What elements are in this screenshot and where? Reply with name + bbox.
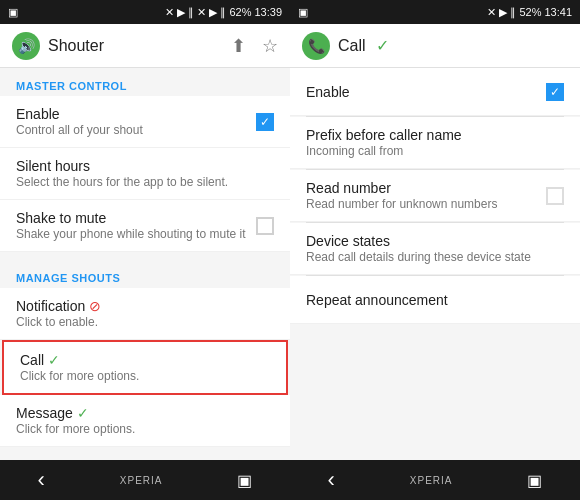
enable-title: Enable	[16, 106, 256, 122]
silent-subtitle: Select the hours for the app to be silen…	[16, 175, 274, 189]
list-item-message[interactable]: Message ✓ Click for more options.	[0, 395, 290, 447]
right-device-subtitle: Read call details during these device st…	[306, 250, 564, 264]
bottom-bar-left: ‹ XPERIA ▣	[0, 460, 290, 500]
toolbar-title-right: 📞 Call ✓	[302, 32, 568, 60]
right-item-enable-text: Enable	[306, 84, 546, 100]
app-title-left: Shouter	[48, 37, 104, 55]
signal-icons-left: ✕ ▶ ∥	[165, 6, 194, 19]
list-item-notification[interactable]: Notification ⊘ Click to enable.	[0, 288, 290, 340]
section-header-master: MASTER CONTROL	[0, 68, 290, 96]
status-right-left: ✕ ▶ ∥ ✕ ▶ ∥ 62% 13:39	[165, 6, 282, 19]
battery-right: 52%	[519, 6, 541, 18]
list-item-silent[interactable]: Silent hours Select the hours for the ap…	[0, 148, 290, 200]
right-prefix-subtitle: Incoming call from	[306, 144, 564, 158]
message-check-icon: ✓	[77, 405, 89, 421]
section-header-manage: MANAGE SHOUTS	[0, 260, 290, 288]
message-title: Message ✓	[16, 405, 274, 421]
call-title-check-icon: ✓	[376, 36, 389, 55]
shake-title: Shake to mute	[16, 210, 256, 226]
toolbar-title-left: 🔊 Shouter	[12, 32, 231, 60]
list-item-message-text: Message ✓ Click for more options.	[16, 405, 274, 436]
notification-disabled-icon: ⊘	[89, 298, 101, 314]
signal-icons-right: ✕ ▶ ∥	[487, 6, 516, 19]
list-item-enable[interactable]: Enable Control all of your shout ✓	[0, 96, 290, 148]
right-enable-title: Enable	[306, 84, 546, 100]
notification-subtitle: Click to enable.	[16, 315, 274, 329]
divider-1	[0, 252, 290, 260]
toolbar-actions-left: ⬆ ☆	[231, 35, 278, 57]
divider-2	[0, 447, 290, 455]
right-readnum-subtitle: Read number for unknown numbers	[306, 197, 546, 211]
list-item-silent-text: Silent hours Select the hours for the ap…	[16, 158, 274, 189]
message-subtitle: Click for more options.	[16, 422, 274, 436]
right-item-repeat[interactable]: Repeat announcement	[290, 276, 580, 324]
right-item-device[interactable]: Device states Read call details during t…	[290, 223, 580, 275]
right-readnum-title: Read number	[306, 180, 546, 196]
right-item-prefix-text: Prefix before caller name Incoming call …	[306, 127, 564, 158]
notification-title: Notification ⊘	[16, 298, 274, 314]
right-item-repeat-text: Repeat announcement	[306, 292, 564, 308]
enable-checkbox[interactable]: ✓	[256, 113, 274, 131]
status-left-icons: ▣	[8, 6, 18, 19]
time-right: 13:41	[544, 6, 572, 18]
xperia-label-left: XPERIA	[120, 475, 163, 486]
silent-title: Silent hours	[16, 158, 274, 174]
notification-icon: ▣	[8, 6, 18, 19]
content-right: Enable ✓ Prefix before caller name Incom…	[290, 68, 580, 460]
list-item-enable-text: Enable Control all of your shout	[16, 106, 256, 137]
right-item-prefix[interactable]: Prefix before caller name Incoming call …	[290, 117, 580, 169]
right-readnum-checkbox[interactable]	[546, 187, 564, 205]
list-item-shake[interactable]: Shake to mute Shake your phone while sho…	[0, 200, 290, 252]
app-icon-right: 📞	[302, 32, 330, 60]
back-button-left[interactable]: ‹	[37, 467, 44, 493]
status-right-left-icons: ▣	[298, 6, 308, 19]
recent-button-left[interactable]: ▣	[237, 471, 252, 490]
home-item-left: XPERIA	[120, 475, 163, 486]
toolbar-left: 🔊 Shouter ⬆ ☆	[0, 24, 290, 68]
right-item-enable[interactable]: Enable ✓	[290, 68, 580, 116]
right-item-device-text: Device states Read call details during t…	[306, 233, 564, 264]
right-device-title: Device states	[306, 233, 564, 249]
battery-left: ✕ ▶ ∥ 62%	[197, 6, 251, 19]
call-check-icon: ✓	[48, 352, 60, 368]
shake-checkbox[interactable]	[256, 217, 274, 235]
list-item-call-text: Call ✓ Click for more options.	[20, 352, 270, 383]
status-bar-right: ▣ ✕ ▶ ∥ 52% 13:41	[290, 0, 580, 24]
list-item-notification-text: Notification ⊘ Click to enable.	[16, 298, 274, 329]
list-item-call[interactable]: Call ✓ Click for more options.	[2, 340, 288, 395]
xperia-label-right: XPERIA	[410, 475, 453, 486]
time-left: 13:39	[254, 6, 282, 18]
share-icon[interactable]: ⬆	[231, 35, 246, 57]
content-left: MASTER CONTROL Enable Control all of you…	[0, 68, 290, 460]
app-icon-left: 🔊	[12, 32, 40, 60]
home-item-right: XPERIA	[410, 475, 453, 486]
app-title-right: Call	[338, 37, 366, 55]
toolbar-right: 📞 Call ✓	[290, 24, 580, 68]
status-right-right: ✕ ▶ ∥ 52% 13:41	[487, 6, 572, 19]
recent-button-right[interactable]: ▣	[527, 471, 542, 490]
notification-icon-right: ▣	[298, 6, 308, 19]
right-item-readnum[interactable]: Read number Read number for unknown numb…	[290, 170, 580, 222]
right-repeat-title: Repeat announcement	[306, 292, 564, 308]
call-title: Call ✓	[20, 352, 270, 368]
list-item-shake-text: Shake to mute Shake your phone while sho…	[16, 210, 256, 241]
right-screen: ▣ ✕ ▶ ∥ 52% 13:41 📞 Call ✓ Enable ✓ Pref…	[290, 0, 580, 500]
star-icon[interactable]: ☆	[262, 35, 278, 57]
shake-subtitle: Shake your phone while shouting to mute …	[16, 227, 256, 241]
right-prefix-title: Prefix before caller name	[306, 127, 564, 143]
call-subtitle: Click for more options.	[20, 369, 270, 383]
right-item-readnum-text: Read number Read number for unknown numb…	[306, 180, 546, 211]
bottom-bar-right: ‹ XPERIA ▣	[290, 460, 580, 500]
left-screen: ▣ ✕ ▶ ∥ ✕ ▶ ∥ 62% 13:39 🔊 Shouter ⬆ ☆ MA…	[0, 0, 290, 500]
right-enable-checkbox[interactable]: ✓	[546, 83, 564, 101]
status-bar-left: ▣ ✕ ▶ ∥ ✕ ▶ ∥ 62% 13:39	[0, 0, 290, 24]
enable-subtitle: Control all of your shout	[16, 123, 256, 137]
back-button-right[interactable]: ‹	[327, 467, 334, 493]
